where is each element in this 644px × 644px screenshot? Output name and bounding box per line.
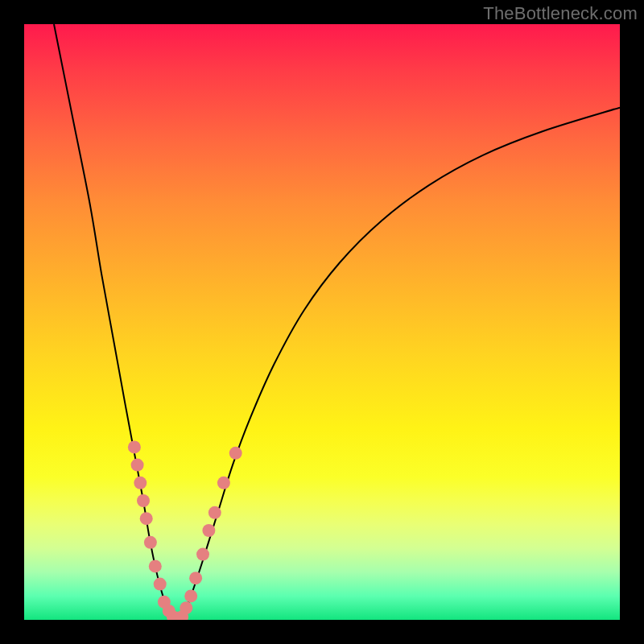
curve-right [182, 108, 620, 620]
watermark-text: TheBottleneck.com [483, 3, 638, 24]
data-point [128, 440, 141, 453]
data-point [208, 506, 221, 519]
data-points-group [128, 440, 242, 620]
data-point [189, 572, 202, 584]
data-point [154, 578, 167, 591]
data-point [134, 477, 147, 489]
data-point [131, 459, 144, 472]
data-point [140, 512, 153, 525]
data-point [196, 548, 209, 561]
curve-left [54, 24, 173, 620]
data-point [144, 536, 157, 549]
data-point [149, 559, 162, 572]
plot-area [24, 24, 620, 620]
data-point [202, 524, 215, 537]
chart-svg [24, 24, 620, 620]
data-point [137, 494, 150, 507]
data-point [180, 601, 192, 614]
chart-frame: TheBottleneck.com [0, 0, 644, 644]
data-point [229, 447, 242, 460]
data-point [184, 589, 197, 602]
data-point [217, 477, 230, 489]
